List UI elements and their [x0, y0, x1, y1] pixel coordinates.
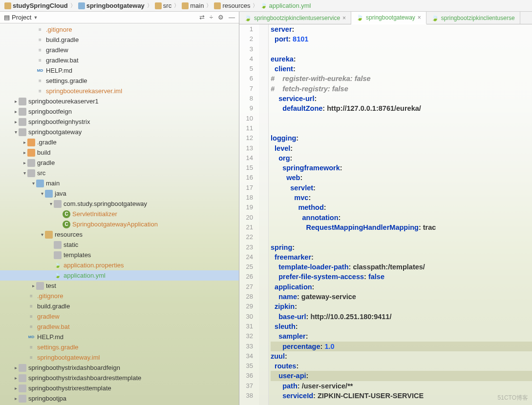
expand-icon[interactable]: ▸: [13, 375, 19, 381]
expand-icon[interactable]: ▾: [48, 201, 54, 206]
tree-row[interactable]: static: [0, 240, 239, 250]
panel-tool-icon[interactable]: ÷: [210, 14, 213, 21]
code-line[interactable]: template-loader-path: classpath:/templat…: [271, 262, 532, 272]
code-line[interactable]: zuul:: [271, 351, 532, 361]
code-line[interactable]: freemarker:: [271, 252, 532, 262]
tree-row[interactable]: 🍃application.yml: [0, 270, 239, 281]
code-line[interactable]: name: gateway-service: [271, 292, 532, 302]
tree-row[interactable]: ≡gradlew.bat: [0, 55, 239, 65]
code-line[interactable]: servlet:: [271, 183, 532, 193]
code-line[interactable]: [271, 232, 532, 242]
project-tree[interactable]: ≡.gitignore≡build.gradle≡gradlew≡gradlew…: [0, 23, 239, 405]
tree-row[interactable]: ≡.gitignore: [0, 291, 239, 301]
tree-row[interactable]: ▸test: [0, 281, 239, 291]
tree-row[interactable]: ▾src: [0, 168, 239, 178]
tree-row[interactable]: ≡gradlew.bat: [0, 322, 239, 332]
code-line[interactable]: [271, 114, 532, 123]
code-line[interactable]: percentage: 1.0: [271, 342, 532, 351]
tree-row[interactable]: ▾springbootgateway: [0, 127, 239, 137]
code-line[interactable]: [271, 123, 532, 133]
expand-icon[interactable]: ▾: [13, 129, 19, 135]
code-line[interactable]: RequestMappingHandlerMapping: trac: [271, 223, 532, 232]
tree-row[interactable]: ≡.gitignore: [0, 24, 239, 35]
tree-row[interactable]: ≡settings.gradle: [0, 76, 239, 86]
expand-icon[interactable]: ▸: [30, 283, 36, 288]
expand-icon[interactable]: ▸: [21, 140, 27, 145]
expand-icon[interactable]: ▸: [21, 150, 27, 155]
tree-row[interactable]: CServletInitializer: [0, 209, 239, 219]
tree-row[interactable]: ▾com.study.springbootgateway: [0, 199, 239, 209]
tree-row[interactable]: ▾main: [0, 178, 239, 188]
code-editor[interactable]: 1234567891011121314151617181920212223242…: [239, 24, 532, 405]
code-line[interactable]: # fetch-registry: false: [271, 84, 532, 94]
tree-row[interactable]: MDHELP.md: [0, 65, 239, 76]
code-line[interactable]: mvc:: [271, 193, 532, 202]
tree-row[interactable]: ≡springbootgateway.iml: [0, 352, 239, 363]
code-line[interactable]: annotation:: [271, 213, 532, 223]
code-line[interactable]: defaultZone: http://127.0.0.1:8761/eurek…: [271, 103, 532, 113]
tree-row[interactable]: CSpringbootgatewayApplication: [0, 219, 239, 229]
tree-row[interactable]: ▸springboothystrixdashboardresttemplate: [0, 373, 239, 383]
code-line[interactable]: eureka:: [271, 54, 532, 64]
expand-icon[interactable]: ▸: [13, 109, 19, 114]
code-line[interactable]: user-api:: [271, 371, 532, 381]
tree-row[interactable]: 🍃application.properties: [0, 260, 239, 270]
tree-row[interactable]: ▾resources: [0, 229, 239, 240]
code-area[interactable]: server: port: 8101eureka: client:# regis…: [269, 24, 532, 405]
panel-tool-icon[interactable]: ⇄: [199, 14, 205, 21]
code-line[interactable]: logging:: [271, 133, 532, 143]
editor-tab[interactable]: 🍃springbootgateway×: [351, 12, 426, 24]
code-line[interactable]: method:: [271, 202, 532, 212]
expand-icon[interactable]: ▸: [13, 365, 19, 370]
tree-row[interactable]: ≡gradlew: [0, 311, 239, 322]
tree-row[interactable]: ▸.gradle: [0, 137, 239, 147]
breadcrumb-item[interactable]: studySpringCloud: [3, 1, 69, 10]
breadcrumb-item[interactable]: main: [180, 1, 205, 10]
tree-row[interactable]: MDHELP.md: [0, 332, 239, 342]
breadcrumb-item[interactable]: src: [153, 1, 173, 10]
expand-icon[interactable]: ▾: [39, 232, 45, 237]
expand-icon[interactable]: ▾: [21, 170, 27, 176]
code-line[interactable]: service-url:: [271, 94, 532, 103]
close-icon[interactable]: ×: [418, 14, 421, 21]
tree-row[interactable]: templates: [0, 250, 239, 260]
code-line[interactable]: routes:: [271, 361, 532, 371]
code-line[interactable]: # register-with-eureka: false: [271, 74, 532, 83]
code-line[interactable]: spring:: [271, 243, 532, 252]
tree-row[interactable]: ≡build.gradle: [0, 35, 239, 45]
code-line[interactable]: server:: [271, 24, 532, 34]
code-line[interactable]: prefer-file-system-access: false: [271, 272, 532, 282]
code-line[interactable]: level:: [271, 143, 532, 153]
expand-icon[interactable]: ▾: [30, 181, 36, 186]
expand-icon[interactable]: ▸: [13, 119, 19, 124]
expand-icon[interactable]: ▾: [39, 191, 45, 196]
expand-icon[interactable]: ▸: [13, 396, 19, 401]
code-line[interactable]: application:: [271, 282, 532, 292]
project-dropdown[interactable]: ▤ Project ▼: [4, 14, 199, 21]
tree-row[interactable]: ▸springbootfeignhystrix: [0, 117, 239, 127]
expand-icon[interactable]: ▸: [13, 385, 19, 391]
tree-row[interactable]: ≡gradlew: [0, 45, 239, 55]
breadcrumb-item[interactable]: springbootgateway: [77, 1, 146, 10]
panel-tool-icon[interactable]: —: [229, 14, 235, 21]
code-line[interactable]: serviceId: ZIPKIN-CLIENT-USER-SERVICE: [271, 391, 532, 401]
code-line[interactable]: client:: [271, 64, 532, 74]
editor-tab[interactable]: 🍃springbootzipkinclientuserservice×: [239, 12, 351, 24]
fold-area[interactable]: [259, 24, 269, 405]
tree-row[interactable]: ▸build: [0, 147, 239, 158]
editor-tab[interactable]: 🍃springbootzipkinclientuserse: [426, 12, 520, 24]
code-line[interactable]: port: 8101: [271, 34, 532, 44]
tree-row[interactable]: ▸springboothystrixresttemplate: [0, 383, 239, 393]
tree-row[interactable]: ▸springbootjpa: [0, 393, 239, 404]
code-line[interactable]: [271, 44, 532, 54]
code-line[interactable]: path: /user-service/**: [271, 381, 532, 391]
code-line[interactable]: org:: [271, 153, 532, 163]
code-line[interactable]: zipkin:: [271, 302, 532, 311]
code-line[interactable]: web:: [271, 173, 532, 182]
close-icon[interactable]: ×: [342, 15, 346, 21]
tree-row[interactable]: ≡build.gradle: [0, 301, 239, 311]
tree-row[interactable]: ▸gradle: [0, 158, 239, 168]
expand-icon[interactable]: ▸: [21, 160, 27, 165]
expand-icon[interactable]: ▸: [13, 99, 19, 104]
tree-row[interactable]: ≡springbooteurekaserver.iml: [0, 86, 239, 96]
